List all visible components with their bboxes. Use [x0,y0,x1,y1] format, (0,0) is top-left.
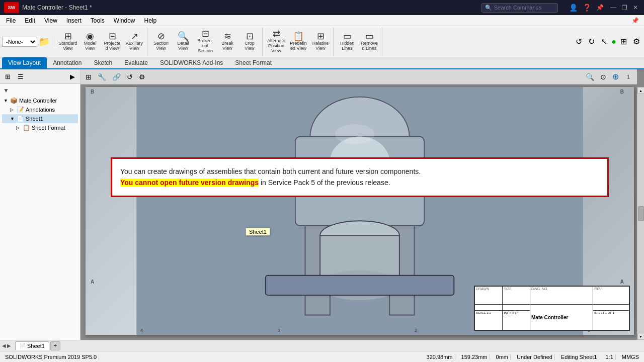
tree-item-mate-controller[interactable]: ▼ 📦 Mate Controller [2,96,78,105]
lines-toolbar-group: ▭ Hidden Lines ▭ Removed Lines [335,27,382,56]
canvas-tool-1[interactable]: ⊞ [84,72,94,82]
next-sheet-icon[interactable]: ▶ [7,343,11,348]
title-block-table: DRAWN SIZE DWG. NO. REV Mate Controller … [474,286,629,330]
detail-view-icon: 🔍 [178,32,189,41]
menu-view[interactable]: View [40,16,61,25]
window-controls: — ❐ ✕ [609,3,640,12]
minimize-button[interactable]: — [609,3,618,12]
canvas-tool-2[interactable]: 🔧 [96,72,108,82]
tree-item-sheet1[interactable]: ▼ 📄 Sheet1 [2,114,78,123]
relative-view-icon: ⊞ [317,32,325,41]
notification-box: You can create drawings of assemblies th… [111,157,609,197]
tab-annotation[interactable]: Annotation [47,57,88,68]
hidden-lines-button[interactable]: ▭ Hidden Lines [337,29,358,55]
tab-sketch[interactable]: Sketch [88,57,119,68]
menu-bar: File Edit View Insert Tools Window Help … [0,15,644,26]
panel-list-icon[interactable]: ☰ [15,71,27,82]
expand-icon-sheet-format: ▷ [16,125,21,130]
scroll-up-button[interactable]: ▲ [637,87,645,94]
selection-button[interactable]: ↖ [599,36,609,47]
redo-button[interactable]: ↻ [586,36,597,47]
section-toolbar-group: ⊘ Section View 🔍 Detail View ⊟ Broken-ou… [148,27,263,56]
coord-x: 320.98mm [425,354,455,360]
alternate-position-button[interactable]: ⇄ Alternate Position View [266,29,287,55]
sheet-label-tooltip: Sheet1 [246,228,270,236]
break-view-icon: ≋ [224,32,231,41]
close-button[interactable]: ✕ [631,3,640,12]
scroll-thumb[interactable] [638,206,644,221]
tree-label-sheet1: Sheet1 [26,116,43,122]
view-3d-icon[interactable]: ⊙ [598,72,608,82]
search-input-container: 🔍 [481,3,558,13]
sheet-tab-sheet1[interactable]: 📄 Sheet1 [15,341,49,350]
border-label-4: 4 [140,328,143,333]
tab-view-layout[interactable]: View Layout [2,57,47,68]
pin-icon[interactable]: 📌 [594,4,606,11]
help-icon[interactable]: ❓ [581,4,593,12]
notification-normal: in Service Pack 5 of the previous releas… [259,178,390,187]
restore-button[interactable]: ❐ [620,3,629,12]
section-view-button[interactable]: ⊘ Section View [150,29,172,55]
add-sheet-button[interactable]: + [50,341,60,350]
folder-icon[interactable]: 📁 [39,36,50,47]
tree-label-sheet-format: Sheet Format [32,125,65,131]
menu-help[interactable]: Help [140,16,161,25]
svg-rect-9 [266,276,454,295]
projected-view-button[interactable]: ⊟ Projected View [102,29,123,55]
drawing-sheet: B B A A 4 3 2 1 You can create drawings … [86,87,634,335]
standard-view-icon: ⊞ [64,32,72,41]
search-icon: 🔍 [485,5,492,11]
removed-lines-button[interactable]: ▭ Removed Lines [359,29,380,55]
search-commands-input[interactable] [494,5,554,11]
corner-b-right: B [620,89,624,95]
tab-solidworks-addins[interactable]: SOLIDWORKS Add-Ins [154,57,229,68]
notification-highlight: You cannot open future version drawings [120,178,259,187]
standard-view-button[interactable]: ⊞ Standard View [57,29,78,55]
tab-evaluate[interactable]: Evaluate [118,57,154,68]
expand-icon: ▼ [4,98,9,103]
crop-view-button[interactable]: ⊡ Crop View [239,29,260,55]
filter-icon[interactable]: ▼ [3,87,9,94]
canvas-tool-5[interactable]: ⚙ [137,72,147,82]
pushpin-icon[interactable]: 📌 [628,16,642,25]
canvas-tool-4[interactable]: ↺ [125,72,135,82]
view-toolbar-group: ⊞ Standard View ◉ Model View ⊟ Projected… [55,27,147,56]
tab-sheet-format[interactable]: Sheet Format [229,57,278,68]
model-view-button[interactable]: ◉ Model View [79,29,101,55]
tree-item-sheet-format[interactable]: ▷ 📋 Sheet Format [2,123,78,132]
broken-out-section-button[interactable]: ⊟ Broken-out Section [195,29,216,55]
border-label-3: 3 [278,328,280,333]
projected-view-icon: ⊟ [109,32,116,41]
menu-tools[interactable]: Tools [87,16,109,25]
canvas-area[interactable]: ⊞ 🔧 🔗 ↺ ⚙ 🔍 ⊙ ⊕ 1 [80,69,644,340]
prev-sheet-icon[interactable]: ◀ [2,343,6,348]
toolbar-area: -None- 📁 ⊞ Standard View ◉ Model View ⊟ … [0,26,644,57]
menu-window[interactable]: Window [110,16,139,25]
undo-button[interactable]: ↺ [574,36,584,47]
predefined-view-button[interactable]: 📋 Predefined View [288,29,309,55]
grid-button[interactable]: ⊞ [618,36,629,47]
canvas-tool-3[interactable]: 🔗 [110,72,123,82]
panel-expand-icon[interactable]: ▶ [66,71,78,82]
zoom-icon[interactable]: 🔍 [584,72,596,82]
break-view-button[interactable]: ≋ Break View [217,29,238,55]
menu-insert[interactable]: Insert [62,16,86,25]
detail-view-button[interactable]: 🔍 Detail View [173,29,194,55]
none-dropdown[interactable]: -None- [2,37,37,47]
notification-line2: You cannot open future version drawings … [120,177,599,188]
scroll-down-button[interactable]: ▼ [637,333,645,340]
green-traffic-light[interactable]: ● [611,37,616,46]
panel-grid-icon[interactable]: ⊞ [2,71,14,82]
border-label-2: 2 [415,328,417,333]
settings-button[interactable]: ⚙ [631,36,642,47]
left-panel: ⊞ ☰ ▶ ▼ ▼ 📦 Mate Controller ▷ 📝 Annotati… [0,69,80,340]
right-scrollbar[interactable]: ▲ ▼ [637,87,644,340]
tree-item-annotations[interactable]: ▷ 📝 Annotations [2,105,78,114]
menu-edit[interactable]: Edit [21,16,39,25]
relative-view-button[interactable]: ⊞ Relative View [310,29,331,55]
user-icon[interactable]: 👤 [567,4,580,12]
auxiliary-view-button[interactable]: ↗ Auxiliary View [124,29,145,55]
compass-icon[interactable]: ⊕ [610,71,621,82]
section-view-icon: ⊘ [157,32,165,41]
menu-file[interactable]: File [2,16,20,25]
